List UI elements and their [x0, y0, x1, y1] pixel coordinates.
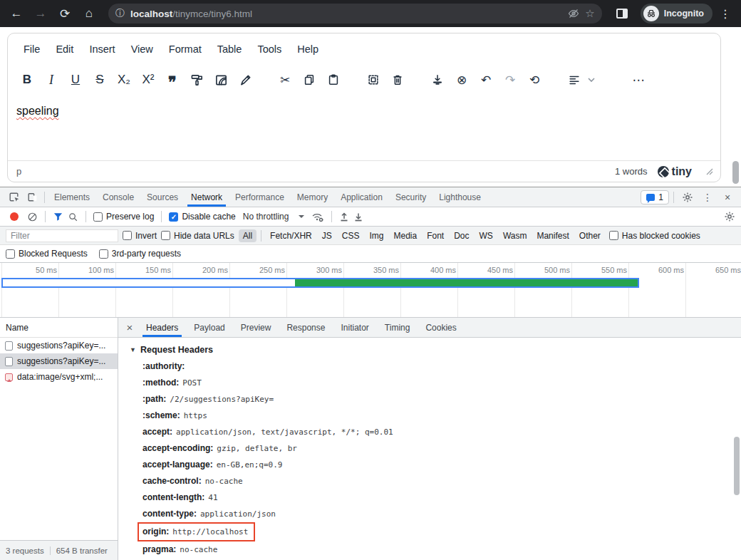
- cut-icon[interactable]: ✂: [273, 69, 297, 90]
- request-list-header[interactable]: Name: [0, 318, 118, 338]
- url-bar[interactable]: ⓘ localhost/tinymce/tiny6.html ☆: [108, 4, 602, 24]
- devtools-menu-icon[interactable]: ⋮: [698, 189, 717, 206]
- copy-icon[interactable]: [297, 69, 321, 90]
- editor-content[interactable]: speeling: [8, 95, 720, 160]
- align-left-icon[interactable]: [562, 69, 586, 90]
- blockquote-button[interactable]: ❞: [160, 69, 185, 90]
- invert-checkbox[interactable]: Invert: [123, 231, 157, 241]
- menu-item-tools[interactable]: Tools: [250, 39, 289, 59]
- filter-type-doc[interactable]: Doc: [450, 229, 473, 242]
- record-button[interactable]: [10, 212, 19, 221]
- select-all-icon[interactable]: [361, 69, 385, 90]
- page-scrollbar[interactable]: [732, 161, 739, 184]
- misspelled-word[interactable]: speeling: [16, 105, 59, 117]
- menu-item-file[interactable]: File: [16, 39, 47, 59]
- throttling-dropdown[interactable]: No throttling: [240, 212, 308, 222]
- detail-tab-timing[interactable]: Timing: [377, 318, 418, 337]
- permanent-pen-icon[interactable]: [233, 69, 257, 90]
- resize-grip-icon[interactable]: [706, 168, 713, 175]
- menu-item-table[interactable]: Table: [210, 39, 249, 59]
- browser-menu-icon[interactable]: ⋮: [715, 7, 735, 21]
- italic-button[interactable]: I: [39, 69, 63, 90]
- edit-image-icon[interactable]: [209, 69, 233, 90]
- menu-item-edit[interactable]: Edit: [48, 39, 81, 59]
- home-icon[interactable]: ⌂: [78, 3, 100, 24]
- delete-icon[interactable]: [385, 69, 410, 90]
- filter-type-wasm[interactable]: Wasm: [499, 229, 532, 242]
- subscript-button[interactable]: X₂: [112, 69, 136, 90]
- bookmark-star-icon[interactable]: ☆: [585, 7, 594, 20]
- detail-close-icon[interactable]: ×: [121, 321, 138, 333]
- detail-tab-payload[interactable]: Payload: [186, 318, 232, 337]
- detail-tab-cookies[interactable]: Cookies: [418, 318, 464, 337]
- strikethrough-button[interactable]: S: [88, 69, 112, 90]
- back-icon[interactable]: ←: [6, 3, 27, 24]
- filter-type-img[interactable]: Img: [365, 229, 388, 242]
- more-toolbar-icon[interactable]: ⋯: [626, 69, 651, 90]
- tab-memory[interactable]: Memory: [291, 187, 334, 207]
- third-party-requests-checkbox[interactable]: 3rd-party requests: [99, 249, 181, 259]
- filter-type-fetch-xhr[interactable]: Fetch/XHR: [266, 229, 316, 242]
- filter-type-media[interactable]: Media: [389, 229, 421, 242]
- menu-item-format[interactable]: Format: [162, 39, 209, 59]
- network-settings-gear-icon[interactable]: [724, 211, 735, 222]
- detail-scrollbar[interactable]: [734, 437, 740, 495]
- site-info-icon[interactable]: ⓘ: [115, 7, 125, 20]
- export-har-icon[interactable]: [353, 212, 363, 222]
- settings-gear-icon[interactable]: [678, 189, 697, 206]
- device-toolbar-icon[interactable]: [23, 189, 41, 206]
- filter-type-css[interactable]: CSS: [338, 229, 364, 242]
- incognito-badge[interactable]: Incognito: [641, 4, 712, 24]
- hide-data-urls-checkbox[interactable]: Hide data URLs: [161, 231, 234, 241]
- eye-off-icon[interactable]: [568, 8, 579, 19]
- disclosure-triangle-icon[interactable]: ▼: [130, 346, 136, 353]
- menu-item-insert[interactable]: Insert: [82, 39, 122, 59]
- menu-item-help[interactable]: Help: [290, 39, 326, 59]
- tab-console[interactable]: Console: [96, 187, 140, 207]
- clear-icon[interactable]: [27, 212, 38, 222]
- filter-type-font[interactable]: Font: [423, 229, 448, 242]
- tab-network[interactable]: Network: [185, 187, 229, 207]
- menu-item-view[interactable]: View: [124, 39, 160, 59]
- tab-performance[interactable]: Performance: [229, 187, 291, 207]
- format-painter-icon[interactable]: [185, 69, 209, 90]
- blocked-requests-checkbox[interactable]: Blocked Requests: [6, 249, 88, 259]
- request-row[interactable]: suggestions?apiKey=...: [0, 338, 118, 353]
- has-blocked-cookies-checkbox[interactable]: Has blocked cookies: [609, 231, 700, 241]
- disable-cache-checkbox[interactable]: ✓ Disable cache: [169, 212, 235, 222]
- filter-type-ws[interactable]: WS: [475, 229, 497, 242]
- inspect-element-icon[interactable]: [4, 189, 23, 206]
- tab-sources[interactable]: Sources: [140, 187, 185, 207]
- filter-funnel-icon[interactable]: [53, 212, 63, 222]
- superscript-button[interactable]: X²: [136, 69, 160, 90]
- filter-type-manifest[interactable]: Manifest: [532, 229, 573, 242]
- tab-lighthouse[interactable]: Lighthouse: [432, 187, 487, 207]
- restore-draft-icon[interactable]: ⟲: [522, 69, 546, 90]
- devtools-close-icon[interactable]: ×: [718, 189, 737, 206]
- network-overview-timeline[interactable]: 50 ms 100 ms 150 ms 200 ms 250 ms 300 ms…: [0, 263, 741, 318]
- tab-security[interactable]: Security: [389, 187, 432, 207]
- underline-button[interactable]: U: [63, 69, 88, 90]
- detail-tab-preview[interactable]: Preview: [233, 318, 279, 337]
- preserve-log-checkbox[interactable]: Preserve log: [93, 212, 154, 222]
- detail-tab-headers[interactable]: Headers: [138, 318, 186, 337]
- cancel-icon[interactable]: ⊗: [450, 69, 474, 90]
- tab-elements[interactable]: Elements: [48, 187, 96, 207]
- element-path[interactable]: p: [16, 166, 21, 177]
- request-row[interactable]: data:image/svg+xml;...: [0, 369, 118, 385]
- bold-button[interactable]: B: [15, 69, 39, 90]
- save-icon[interactable]: [425, 69, 450, 90]
- tab-application[interactable]: Application: [334, 187, 389, 207]
- filter-type-other[interactable]: Other: [575, 229, 605, 242]
- tiny-logo[interactable]: tiny: [658, 165, 692, 178]
- request-headers-section[interactable]: ▼ Request Headers: [130, 345, 741, 355]
- filter-input[interactable]: [6, 229, 118, 242]
- word-count[interactable]: 1 words: [615, 166, 648, 177]
- issues-button[interactable]: 1: [641, 190, 669, 204]
- request-row-selected[interactable]: suggestions?apiKey=...: [0, 353, 118, 369]
- detail-tab-initiator[interactable]: Initiator: [333, 318, 376, 337]
- filter-type-js[interactable]: JS: [318, 229, 336, 242]
- reload-icon[interactable]: ⟳: [54, 3, 76, 24]
- filter-type-all[interactable]: All: [239, 229, 256, 242]
- undo-icon[interactable]: ↶: [474, 69, 498, 90]
